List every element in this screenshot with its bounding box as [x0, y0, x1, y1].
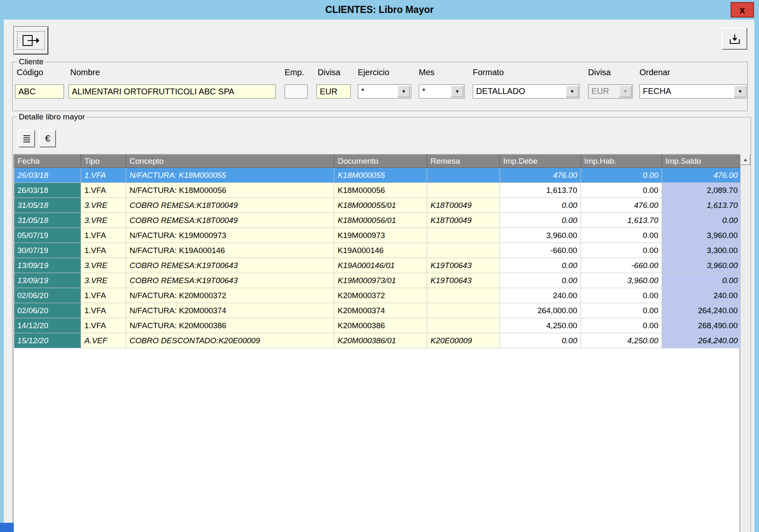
- cell-tipo[interactable]: 1.VFA: [81, 318, 126, 333]
- col-header-debe[interactable]: Imp.Debe: [500, 155, 581, 168]
- cell-remesa[interactable]: [427, 243, 500, 258]
- table-row[interactable]: 05/07/191.VFAN/FACTURA: K19M000973K19M00…: [14, 228, 741, 243]
- cell-concepto[interactable]: N/FACTURA: K18M000056: [126, 183, 334, 198]
- cell-debe[interactable]: 0.00: [500, 258, 581, 273]
- table-row[interactable]: 15/12/20A.VEFCOBRO DESCONTADO:K20E00009K…: [14, 333, 741, 348]
- cell-haber[interactable]: 476.00: [581, 198, 662, 213]
- cell-saldo[interactable]: 264,240.00: [662, 333, 741, 348]
- cell-documento[interactable]: K20M000386: [334, 318, 427, 333]
- cell-fecha[interactable]: 30/07/19: [14, 243, 81, 258]
- divisa-input[interactable]: [316, 84, 351, 99]
- col-header-tipo[interactable]: Tipo: [81, 155, 126, 168]
- cell-fecha[interactable]: 13/09/19: [14, 258, 81, 273]
- mes-select[interactable]: * ▼: [419, 84, 465, 99]
- cell-tipo[interactable]: 3.VRE: [81, 213, 126, 228]
- cell-fecha[interactable]: 13/09/19: [14, 273, 81, 288]
- cell-concepto[interactable]: COBRO REMESA:K18T00049: [126, 198, 334, 213]
- cell-tipo[interactable]: 1.VFA: [81, 243, 126, 258]
- cell-tipo[interactable]: 1.VFA: [81, 183, 126, 198]
- cell-haber[interactable]: 0.00: [581, 168, 662, 183]
- col-header-saldo[interactable]: Imp.Saldo: [662, 155, 741, 168]
- cell-debe[interactable]: 0.00: [500, 333, 581, 348]
- cell-concepto[interactable]: N/FACTURA: K20M000374: [126, 303, 334, 318]
- cell-fecha[interactable]: 31/05/18: [14, 213, 81, 228]
- cell-debe[interactable]: 4,250.00: [500, 318, 581, 333]
- cell-saldo[interactable]: 0.00: [662, 213, 741, 228]
- cell-tipo[interactable]: 3.VRE: [81, 258, 126, 273]
- cell-debe[interactable]: 0.00: [500, 213, 581, 228]
- cell-concepto[interactable]: COBRO DESCONTADO:K20E00009: [126, 333, 334, 348]
- cell-saldo[interactable]: 3,300.00: [662, 243, 741, 258]
- cell-haber[interactable]: 0.00: [581, 288, 662, 303]
- cell-debe[interactable]: -660.00: [500, 243, 581, 258]
- cell-fecha[interactable]: 26/03/18: [14, 183, 81, 198]
- cell-debe[interactable]: 0.00: [500, 273, 581, 288]
- table-row[interactable]: 02/06/201.VFAN/FACTURA: K20M000372K20M00…: [14, 288, 741, 303]
- cell-debe[interactable]: 476.00: [500, 168, 581, 183]
- cell-concepto[interactable]: N/FACTURA: K18M000055: [126, 168, 334, 183]
- cell-remesa[interactable]: K19T00643: [427, 273, 500, 288]
- cell-tipo[interactable]: 1.VFA: [81, 288, 126, 303]
- formato-select[interactable]: DETALLADO ▼: [473, 84, 580, 99]
- scroll-up-button[interactable]: ▲: [741, 154, 750, 165]
- col-header-haber[interactable]: Imp.Hab.: [581, 155, 662, 168]
- cell-documento[interactable]: K18M000056/01: [334, 213, 427, 228]
- cell-debe[interactable]: 240.00: [500, 288, 581, 303]
- cell-remesa[interactable]: [427, 318, 500, 333]
- table-row[interactable]: 13/09/193.VRECOBRO REMESA:K19T00643K19M0…: [14, 273, 741, 288]
- cell-remesa[interactable]: [427, 228, 500, 243]
- cell-saldo[interactable]: 476.00: [662, 168, 741, 183]
- cell-saldo[interactable]: 264,240.00: [662, 303, 741, 318]
- cell-remesa[interactable]: [427, 288, 500, 303]
- cell-documento[interactable]: K19A000146: [334, 243, 427, 258]
- cell-documento[interactable]: K18M000055: [334, 168, 427, 183]
- cell-remesa[interactable]: K18T00049: [427, 198, 500, 213]
- cell-tipo[interactable]: 1.VFA: [81, 228, 126, 243]
- close-button[interactable]: x: [731, 2, 754, 18]
- table-row[interactable]: 31/05/183.VRECOBRO REMESA:K18T00049K18M0…: [14, 213, 741, 228]
- cell-documento[interactable]: K19M000973: [334, 228, 427, 243]
- cell-concepto[interactable]: COBRO REMESA:K19T00643: [126, 258, 334, 273]
- cell-fecha[interactable]: 14/12/20: [14, 318, 81, 333]
- cell-remesa[interactable]: K19T00643: [427, 258, 500, 273]
- cell-documento[interactable]: K18M000056: [334, 183, 427, 198]
- cell-tipo[interactable]: A.VEF: [81, 333, 126, 348]
- table-row[interactable]: 26/03/181.VFAN/FACTURA: K18M000055K18M00…: [14, 168, 741, 183]
- table-row[interactable]: 30/07/191.VFAN/FACTURA: K19A000146K19A00…: [14, 243, 741, 258]
- cell-documento[interactable]: K19A000146/01: [334, 258, 427, 273]
- cell-fecha[interactable]: 15/12/20: [14, 333, 81, 348]
- cell-saldo[interactable]: 1,613.70: [662, 198, 741, 213]
- exit-button[interactable]: [14, 27, 48, 54]
- cell-remesa[interactable]: K20E00009: [427, 333, 500, 348]
- cell-tipo[interactable]: 3.VRE: [81, 198, 126, 213]
- ejercicio-select[interactable]: * ▼: [358, 84, 411, 99]
- cell-saldo[interactable]: 3,960.00: [662, 258, 741, 273]
- cell-haber[interactable]: 0.00: [581, 243, 662, 258]
- codigo-input[interactable]: [15, 84, 64, 99]
- cell-concepto[interactable]: COBRO REMESA:K18T00049: [126, 213, 334, 228]
- cell-haber[interactable]: 0.00: [581, 318, 662, 333]
- cell-saldo[interactable]: 268,490.00: [662, 318, 741, 333]
- cell-tipo[interactable]: 1.VFA: [81, 303, 126, 318]
- ordenar-dropdown-button[interactable]: ▼: [734, 86, 746, 97]
- cell-debe[interactable]: 3,960.00: [500, 228, 581, 243]
- cell-concepto[interactable]: N/FACTURA: K20M000372: [126, 288, 334, 303]
- cell-fecha[interactable]: 26/03/18: [14, 168, 81, 183]
- cell-remesa[interactable]: [427, 168, 500, 183]
- ordenar-select[interactable]: FECHA ▼: [639, 84, 748, 99]
- col-header-fecha[interactable]: Fecha: [14, 155, 81, 168]
- cell-saldo[interactable]: 2,089.70: [662, 183, 741, 198]
- cell-concepto[interactable]: N/FACTURA: K19A000146: [126, 243, 334, 258]
- cell-fecha[interactable]: 05/07/19: [14, 228, 81, 243]
- cell-haber[interactable]: 1,613.70: [581, 213, 662, 228]
- cell-saldo[interactable]: 0.00: [662, 273, 741, 288]
- nombre-input[interactable]: [69, 84, 276, 99]
- cell-haber[interactable]: 3,960.00: [581, 273, 662, 288]
- export-button[interactable]: [722, 28, 747, 50]
- cell-documento[interactable]: K18M000055/01: [334, 198, 427, 213]
- cell-tipo[interactable]: 3.VRE: [81, 273, 126, 288]
- cell-documento[interactable]: K19M000973/01: [334, 273, 427, 288]
- col-header-documento[interactable]: Documento: [334, 155, 427, 168]
- cell-concepto[interactable]: N/FACTURA: K20M000386: [126, 318, 334, 333]
- cell-concepto[interactable]: N/FACTURA: K19M000973: [126, 228, 334, 243]
